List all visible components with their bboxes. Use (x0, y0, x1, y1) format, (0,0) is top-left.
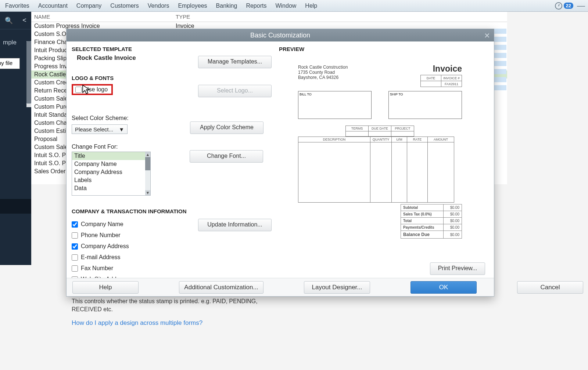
preview-duedate: DUE DATE (369, 126, 391, 131)
dialog-footer: Help Additional Customization... Layout … (67, 278, 494, 296)
menu-favorites[interactable]: Favorites (1, 0, 34, 11)
font-item-labels[interactable]: Labels (72, 176, 150, 184)
preview-addr2: Bayshore, CA 94326 (298, 75, 348, 80)
menu-accountant[interactable]: Accountant (34, 0, 72, 11)
font-item-company-name[interactable]: Company Name (72, 160, 150, 168)
font-scroll-down[interactable]: ▼ (145, 190, 150, 195)
lbl-fax: Fax Number (81, 265, 113, 272)
font-item-company-address[interactable]: Company Address (72, 168, 150, 176)
preview-subtotal-lbl: Subtotal (401, 204, 444, 211)
bg-stripes (493, 29, 506, 93)
col-type[interactable]: TYPE (176, 14, 323, 20)
preview-salestax-val: $0.00 (444, 211, 462, 218)
font-list[interactable]: Title Company Name Company Address Label… (72, 152, 151, 196)
use-logo-label: Use logo (85, 86, 108, 93)
preview-invno-hdr: INVOICE # (441, 75, 462, 81)
preview-col-qty: QUANTITY (370, 137, 392, 142)
preview-col-rate: RATE (407, 137, 428, 142)
menu-window[interactable]: Window (271, 0, 301, 11)
chevron-down-icon: ▼ (119, 126, 124, 133)
lbl-company-addr: Company Address (81, 243, 129, 250)
preview-col-desc: DESCRIPTION (298, 137, 370, 142)
dialog-title: Basic Customization ✕ (67, 29, 494, 41)
preview-addr1: 1735 County Road (298, 70, 348, 75)
menu-vendors[interactable]: Vendors (143, 0, 174, 11)
select-logo-button[interactable]: Select Logo... (198, 85, 272, 97)
lbl-email: E-mail Address (81, 254, 121, 261)
menu-employees[interactable]: Employees (173, 0, 211, 11)
company-info-header: COMPANY & TRANSACTION INFORMATION (72, 208, 272, 214)
file-chip[interactable]: ny file (0, 58, 20, 69)
chk-fax[interactable] (72, 265, 78, 272)
use-logo-highlight: Use logo (72, 84, 113, 95)
preview-total-val: $0.00 (444, 218, 462, 224)
minimize-icon[interactable]: — (577, 1, 585, 11)
preview-subtotal-val: $0.00 (444, 204, 462, 211)
color-scheme-label: Select Color Scheme: (72, 115, 272, 121)
preview-billto: BILL TO (298, 91, 372, 119)
preview-terms: TERMS (346, 126, 369, 131)
dialog-title-text: Basic Customization (250, 32, 310, 39)
preview-project: PROJECT (391, 126, 414, 131)
manage-templates-button[interactable]: Manage Templates... (198, 56, 272, 68)
col-name[interactable]: NAME (34, 14, 176, 20)
preview-date-table: DATEINVOICE # FAX2911 (420, 75, 462, 87)
print-preview-button[interactable]: Print Preview... (430, 262, 485, 275)
preview-terms-table: TERMSDUE DATEPROJECT (345, 126, 414, 137)
menu-help[interactable]: Help (301, 0, 322, 11)
help-link[interactable]: How do I apply a design across multiple … (72, 319, 272, 327)
reminders-badge[interactable]: 22 (564, 3, 573, 9)
change-font-label: Change Font For: (72, 144, 272, 150)
preview-col-um: U/M (392, 137, 407, 142)
lbl-phone: Phone Number (81, 232, 121, 239)
help-button[interactable]: Help (72, 281, 139, 294)
preview-header: PREVIEW (279, 46, 488, 52)
preview-col-amt: AMOUNT (428, 137, 454, 142)
preview-salestax-lbl: Sales Tax (0.0%) (401, 211, 444, 218)
chk-email[interactable] (72, 254, 78, 261)
layout-designer-button[interactable]: Layout Designer... (304, 281, 370, 294)
back-icon[interactable]: < (22, 17, 26, 24)
search-icon[interactable]: 🔍 (5, 17, 13, 25)
preview-payments-val: $0.00 (444, 224, 462, 231)
chk-company-name[interactable] (72, 221, 78, 228)
preview-total-lbl: Total (401, 218, 444, 224)
left-scroll-thumb[interactable] (26, 41, 31, 104)
ok-button[interactable]: OK (410, 281, 477, 294)
basic-customization-dialog: Basic Customization ✕ SELECTED TEMPLATE … (66, 29, 494, 297)
preview-balance-lbl: Balance Due (401, 231, 444, 239)
color-scheme-select[interactable]: Please Select... ▼ (72, 124, 128, 134)
menu-reports[interactable]: Reports (241, 0, 271, 11)
reminders-icon[interactable] (555, 2, 562, 10)
additional-customization-button[interactable]: Additional Customization... (179, 281, 263, 294)
update-information-button[interactable]: Update Information... (198, 219, 272, 231)
preview-title: Invoice (433, 64, 462, 74)
chk-phone[interactable] (72, 232, 78, 239)
chk-company-addr[interactable] (72, 243, 78, 250)
menu-customers[interactable]: Customers (106, 0, 143, 11)
font-item-title[interactable]: Title (72, 152, 150, 160)
cancel-button[interactable]: Cancel (517, 281, 583, 294)
preview-payments-lbl: Payments/Credits (401, 224, 444, 231)
preview-shipto: SHIP TO (388, 91, 462, 119)
preview-line-table: DESCRIPTION QUANTITY U/M RATE AMOUNT (298, 137, 454, 203)
apply-color-scheme-button[interactable]: Apply Color Scheme (190, 121, 263, 134)
menu-banking[interactable]: Banking (212, 0, 242, 11)
preview-company: Rock Castle Construction (298, 65, 348, 70)
preview-totals: Subtotal$0.00 Sales Tax (0.0%)$0.00 Tota… (401, 204, 462, 239)
preview-date-hdr: DATE (421, 75, 441, 81)
invoice-preview: Rock Castle Construction 1735 County Roa… (279, 54, 470, 267)
use-logo-checkbox[interactable] (75, 87, 82, 93)
font-scroll-thumb[interactable] (145, 157, 150, 170)
preview-balance-val: $0.00 (444, 231, 462, 239)
change-font-button[interactable]: Change Font... (190, 150, 263, 163)
close-icon[interactable]: ✕ (484, 31, 490, 40)
menu-company[interactable]: Company (72, 0, 106, 11)
color-scheme-value: Please Select... (75, 126, 113, 133)
status-description: This controls whether the status stamp i… (72, 297, 272, 313)
lbl-company-name: Company Name (81, 221, 123, 228)
preview-invno-val: FAX2911 (441, 81, 462, 87)
font-scroll-up[interactable]: ▲ (145, 152, 150, 157)
font-item-data[interactable]: Data (72, 184, 150, 192)
left-divider (0, 199, 31, 214)
